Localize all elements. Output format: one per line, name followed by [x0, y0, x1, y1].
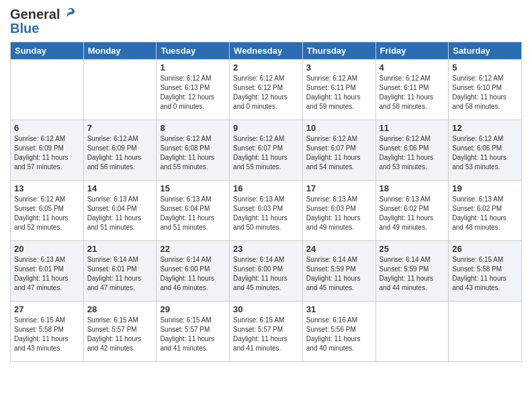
logo-general-text: General: [10, 7, 60, 22]
day-info: Sunrise: 6:12 AM Sunset: 6:12 PM Dayligh…: [233, 74, 299, 111]
day-number: 19: [452, 183, 518, 193]
weekday-header-monday: Monday: [83, 42, 157, 60]
day-info: Sunrise: 6:15 AM Sunset: 5:57 PM Dayligh…: [160, 316, 226, 353]
day-cell-16: 16Sunrise: 6:13 AM Sunset: 6:03 PM Dayli…: [230, 181, 303, 241]
day-cell-24: 24Sunrise: 6:14 AM Sunset: 5:59 PM Dayli…: [302, 241, 375, 302]
weekday-header-thursday: Thursday: [302, 42, 375, 60]
day-info: Sunrise: 6:13 AM Sunset: 6:04 PM Dayligh…: [87, 195, 153, 232]
day-info: Sunrise: 6:13 AM Sunset: 6:02 PM Dayligh…: [380, 195, 445, 232]
day-info: Sunrise: 6:15 AM Sunset: 5:58 PM Dayligh…: [14, 316, 80, 353]
day-info: Sunrise: 6:14 AM Sunset: 6:00 PM Dayligh…: [160, 255, 226, 293]
day-info: Sunrise: 6:12 AM Sunset: 6:11 PM Dayligh…: [380, 74, 445, 111]
calendar-page: General Blue SundayMondayTuesdayWednesda…: [0, 0, 532, 369]
day-cell-12: 12Sunrise: 6:12 AM Sunset: 6:06 PM Dayli…: [449, 120, 522, 181]
day-number: 18: [380, 183, 445, 193]
empty-cell: [11, 60, 84, 120]
day-number: 30: [233, 304, 299, 314]
day-info: Sunrise: 6:12 AM Sunset: 6:05 PM Dayligh…: [14, 195, 80, 232]
day-number: 21: [87, 244, 153, 254]
day-number: 2: [233, 62, 299, 73]
day-number: 7: [87, 123, 153, 133]
day-cell-29: 29Sunrise: 6:15 AM Sunset: 5:57 PM Dayli…: [157, 302, 230, 362]
day-info: Sunrise: 6:12 AM Sunset: 6:11 PM Dayligh…: [306, 74, 372, 111]
day-number: 12: [452, 123, 518, 133]
day-cell-28: 28Sunrise: 6:15 AM Sunset: 5:57 PM Dayli…: [83, 302, 157, 362]
day-number: 15: [160, 183, 226, 193]
day-number: 29: [160, 304, 226, 314]
empty-cell: [375, 302, 449, 362]
day-info: Sunrise: 6:14 AM Sunset: 6:01 PM Dayligh…: [87, 255, 153, 293]
day-cell-13: 13Sunrise: 6:12 AM Sunset: 6:05 PM Dayli…: [11, 181, 84, 241]
calendar-table: SundayMondayTuesdayWednesdayThursdayFrid…: [10, 42, 522, 362]
day-cell-2: 2Sunrise: 6:12 AM Sunset: 6:12 PM Daylig…: [230, 60, 303, 120]
day-number: 5: [452, 62, 518, 73]
day-cell-30: 30Sunrise: 6:15 AM Sunset: 5:57 PM Dayli…: [230, 302, 303, 362]
week-row-3: 13Sunrise: 6:12 AM Sunset: 6:05 PM Dayli…: [11, 181, 522, 241]
day-number: 25: [380, 244, 445, 254]
day-cell-5: 5Sunrise: 6:12 AM Sunset: 6:10 PM Daylig…: [449, 60, 522, 120]
header: General Blue: [10, 7, 522, 36]
day-cell-6: 6Sunrise: 6:12 AM Sunset: 6:09 PM Daylig…: [11, 120, 84, 181]
day-number: 4: [380, 62, 445, 73]
day-info: Sunrise: 6:15 AM Sunset: 5:57 PM Dayligh…: [233, 316, 299, 353]
day-cell-8: 8Sunrise: 6:12 AM Sunset: 6:08 PM Daylig…: [157, 120, 230, 181]
day-info: Sunrise: 6:14 AM Sunset: 5:59 PM Dayligh…: [380, 255, 445, 293]
day-info: Sunrise: 6:13 AM Sunset: 6:02 PM Dayligh…: [452, 195, 518, 232]
day-number: 3: [306, 62, 372, 73]
week-row-1: 1Sunrise: 6:12 AM Sunset: 6:13 PM Daylig…: [11, 60, 522, 120]
day-number: 20: [14, 244, 80, 254]
day-cell-19: 19Sunrise: 6:13 AM Sunset: 6:02 PM Dayli…: [449, 181, 522, 241]
day-info: Sunrise: 6:13 AM Sunset: 6:03 PM Dayligh…: [306, 195, 372, 232]
weekday-header-row: SundayMondayTuesdayWednesdayThursdayFrid…: [11, 42, 522, 60]
day-info: Sunrise: 6:14 AM Sunset: 5:59 PM Dayligh…: [306, 255, 372, 293]
day-cell-21: 21Sunrise: 6:14 AM Sunset: 6:01 PM Dayli…: [83, 241, 157, 302]
day-number: 13: [14, 183, 80, 193]
day-number: 22: [160, 244, 226, 254]
day-cell-4: 4Sunrise: 6:12 AM Sunset: 6:11 PM Daylig…: [375, 60, 449, 120]
day-number: 24: [306, 244, 372, 254]
day-cell-9: 9Sunrise: 6:12 AM Sunset: 6:07 PM Daylig…: [230, 120, 303, 181]
day-cell-25: 25Sunrise: 6:14 AM Sunset: 5:59 PM Dayli…: [375, 241, 449, 302]
day-cell-1: 1Sunrise: 6:12 AM Sunset: 6:13 PM Daylig…: [157, 60, 230, 120]
day-cell-22: 22Sunrise: 6:14 AM Sunset: 6:00 PM Dayli…: [157, 241, 230, 302]
day-cell-23: 23Sunrise: 6:14 AM Sunset: 6:00 PM Dayli…: [230, 241, 303, 302]
weekday-header-friday: Friday: [375, 42, 449, 60]
day-number: 31: [306, 304, 372, 314]
day-number: 27: [14, 304, 80, 314]
day-info: Sunrise: 6:12 AM Sunset: 6:10 PM Dayligh…: [452, 74, 518, 111]
day-info: Sunrise: 6:13 AM Sunset: 6:04 PM Dayligh…: [160, 195, 226, 232]
day-cell-18: 18Sunrise: 6:13 AM Sunset: 6:02 PM Dayli…: [375, 181, 449, 241]
day-cell-10: 10Sunrise: 6:12 AM Sunset: 6:07 PM Dayli…: [302, 120, 375, 181]
day-cell-26: 26Sunrise: 6:15 AM Sunset: 5:58 PM Dayli…: [449, 241, 522, 302]
day-info: Sunrise: 6:12 AM Sunset: 6:07 PM Dayligh…: [233, 134, 299, 172]
day-number: 1: [160, 62, 226, 73]
day-info: Sunrise: 6:13 AM Sunset: 6:01 PM Dayligh…: [14, 255, 80, 293]
day-number: 26: [452, 244, 518, 254]
day-cell-7: 7Sunrise: 6:12 AM Sunset: 6:09 PM Daylig…: [83, 120, 157, 181]
weekday-header-sunday: Sunday: [11, 42, 84, 60]
day-number: 23: [233, 244, 299, 254]
day-info: Sunrise: 6:14 AM Sunset: 6:00 PM Dayligh…: [233, 255, 299, 293]
day-info: Sunrise: 6:12 AM Sunset: 6:06 PM Dayligh…: [452, 134, 518, 172]
weekday-header-saturday: Saturday: [449, 42, 522, 60]
empty-cell: [83, 60, 157, 120]
day-cell-3: 3Sunrise: 6:12 AM Sunset: 6:11 PM Daylig…: [302, 60, 375, 120]
weekday-header-wednesday: Wednesday: [230, 42, 303, 60]
day-cell-14: 14Sunrise: 6:13 AM Sunset: 6:04 PM Dayli…: [83, 181, 157, 241]
day-cell-20: 20Sunrise: 6:13 AM Sunset: 6:01 PM Dayli…: [11, 241, 84, 302]
day-number: 17: [306, 183, 372, 193]
day-info: Sunrise: 6:12 AM Sunset: 6:09 PM Dayligh…: [87, 134, 153, 172]
logo: General Blue: [10, 7, 76, 36]
day-info: Sunrise: 6:12 AM Sunset: 6:09 PM Dayligh…: [14, 134, 80, 172]
week-row-2: 6Sunrise: 6:12 AM Sunset: 6:09 PM Daylig…: [11, 120, 522, 181]
logo-bird-icon: [61, 6, 76, 21]
day-info: Sunrise: 6:12 AM Sunset: 6:13 PM Dayligh…: [160, 74, 226, 111]
day-number: 11: [380, 123, 445, 133]
day-number: 6: [14, 123, 80, 133]
day-number: 9: [233, 123, 299, 133]
day-info: Sunrise: 6:12 AM Sunset: 6:08 PM Dayligh…: [160, 134, 226, 172]
day-number: 14: [87, 183, 153, 193]
day-info: Sunrise: 6:12 AM Sunset: 6:07 PM Dayligh…: [306, 134, 372, 172]
day-number: 16: [233, 183, 299, 193]
logo-blue-text: Blue: [10, 21, 76, 36]
